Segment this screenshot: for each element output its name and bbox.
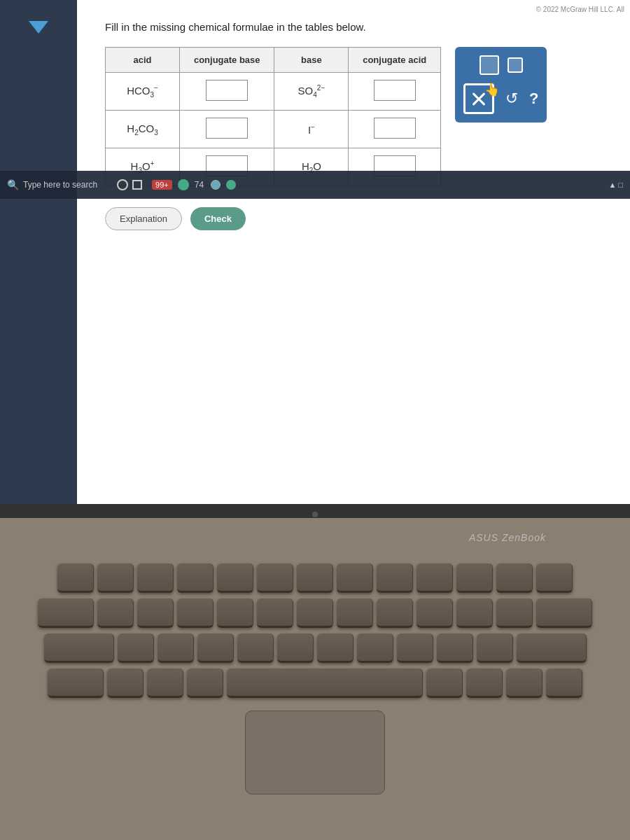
taskbar-center [117, 179, 142, 190]
buttons-row: Explanation Check [105, 207, 602, 230]
taskbar-right: ▲ □ [608, 181, 623, 189]
key-b[interactable] [277, 634, 314, 663]
key-u[interactable] [297, 564, 333, 593]
key-fn[interactable] [107, 668, 144, 698]
touchpad[interactable] [245, 710, 385, 794]
key-t[interactable] [217, 564, 253, 593]
key-period[interactable] [437, 634, 473, 663]
key-x[interactable] [158, 634, 194, 663]
key-y[interactable] [257, 564, 293, 593]
key-enter[interactable] [536, 598, 592, 628]
taskbar-start-circle[interactable] [117, 179, 128, 190]
undo-icon[interactable]: ↺ [505, 90, 518, 108]
key-bracket-close[interactable] [496, 564, 533, 593]
key-arrow-left[interactable] [506, 668, 542, 698]
check-button[interactable]: Check [190, 207, 246, 230]
cell-conj-base-1[interactable] [180, 73, 274, 111]
key-shift-right[interactable] [517, 634, 587, 663]
content-area: © 2022 McGraw Hill LLC. All Fill in the … [77, 0, 630, 504]
formula-h2o: H2O [302, 160, 321, 172]
sidebar-strip [0, 0, 77, 504]
key-h[interactable] [297, 598, 333, 628]
key-d[interactable] [177, 598, 214, 628]
key-p[interactable] [416, 564, 453, 593]
key-semicolon[interactable] [456, 598, 493, 628]
col-header-conjugate-base: conjugate base [180, 48, 274, 73]
key-r[interactable] [177, 564, 214, 593]
help-icon[interactable]: ? [529, 90, 538, 108]
key-shift-left[interactable] [44, 634, 114, 663]
key-s[interactable] [137, 598, 174, 628]
taskbar-window-square[interactable] [132, 180, 142, 190]
formula-h2co3: H2CO3 [127, 122, 158, 134]
key-k[interactable] [377, 598, 413, 628]
taskbar-search-text[interactable]: Type here to search [23, 180, 97, 190]
answer-icon-square-small [507, 57, 523, 73]
answer-panel-bottom: 👆 ↺ ? [463, 83, 538, 114]
key-space[interactable] [227, 668, 423, 698]
key-alt-left[interactable] [187, 668, 223, 698]
key-caps[interactable] [38, 598, 94, 628]
key-f[interactable] [217, 598, 253, 628]
taskbar-browser-icon[interactable] [211, 180, 220, 190]
explanation-button[interactable]: Explanation [105, 207, 182, 230]
cell-conj-acid-1[interactable] [349, 73, 441, 111]
key-l[interactable] [416, 598, 453, 628]
key-comma[interactable] [397, 634, 433, 663]
input-conj-base-1[interactable] [206, 80, 248, 101]
input-conj-base-2[interactable] [206, 118, 248, 139]
input-conj-acid-1[interactable] [374, 80, 416, 101]
key-quote[interactable] [496, 598, 533, 628]
taskbar-number-badge: 74 [195, 180, 204, 190]
taskbar-search[interactable]: 🔍 Type here to search [7, 179, 97, 190]
key-m[interactable] [357, 634, 393, 663]
formula-hco3: HCO3− [127, 85, 158, 97]
key-j[interactable] [337, 598, 373, 628]
keyboard-row-2 [38, 598, 592, 628]
webcam-dot [312, 512, 318, 517]
taskbar: 🔍 Type here to search 99+ 74 ▲ □ [0, 171, 630, 199]
key-z[interactable] [118, 634, 154, 663]
answer-panel: 👆 ↺ ? [455, 47, 547, 122]
table-row: HCO3− SO42− [106, 73, 441, 111]
key-backslash[interactable] [536, 564, 573, 593]
key-ctrl-right[interactable] [466, 668, 503, 698]
key-o[interactable] [377, 564, 413, 593]
wrong-answer-button[interactable] [463, 83, 494, 114]
key-slash[interactable] [477, 634, 513, 663]
key-w[interactable] [97, 564, 134, 593]
key-win[interactable] [147, 668, 183, 698]
key-i[interactable] [337, 564, 373, 593]
nav-arrow-icon [29, 21, 48, 34]
taskbar-notification-badge: 99+ [152, 180, 172, 190]
key-g[interactable] [257, 598, 293, 628]
screen-area: © 2022 McGraw Hill LLC. All Fill in the … [0, 0, 630, 525]
key-arrow-right[interactable] [546, 668, 582, 698]
cell-base-2: I− [274, 111, 349, 148]
answer-panel-top [479, 55, 523, 75]
key-e[interactable] [137, 564, 174, 593]
taskbar-time: ▲ □ [608, 181, 623, 189]
search-icon: 🔍 [7, 179, 19, 190]
asus-label: ASUS ZenBook [469, 532, 546, 543]
col-header-base: base [274, 48, 349, 73]
keyboard-row-3 [44, 634, 587, 663]
table-wrapper: acid conjugate base base conjugate acid … [105, 47, 602, 186]
taskbar-apps: 99+ 74 [152, 179, 236, 190]
formula-so4: SO42− [298, 85, 326, 97]
key-c[interactable] [197, 634, 234, 663]
answer-icon-square-large [479, 55, 499, 75]
cell-conj-base-2[interactable] [180, 111, 274, 148]
key-ctrl-left[interactable] [48, 668, 104, 698]
taskbar-circle-icon [178, 179, 189, 190]
key-v[interactable] [237, 634, 274, 663]
key-bracket-open[interactable] [456, 564, 493, 593]
input-conj-acid-2[interactable] [374, 118, 416, 139]
key-n[interactable] [317, 634, 354, 663]
cell-conj-acid-2[interactable] [349, 111, 441, 148]
key-alt-right[interactable] [426, 668, 463, 698]
cell-base-1: SO42− [274, 73, 349, 111]
key-a[interactable] [97, 598, 134, 628]
taskbar-edge-icon[interactable] [226, 180, 236, 190]
key-q[interactable] [57, 564, 94, 593]
